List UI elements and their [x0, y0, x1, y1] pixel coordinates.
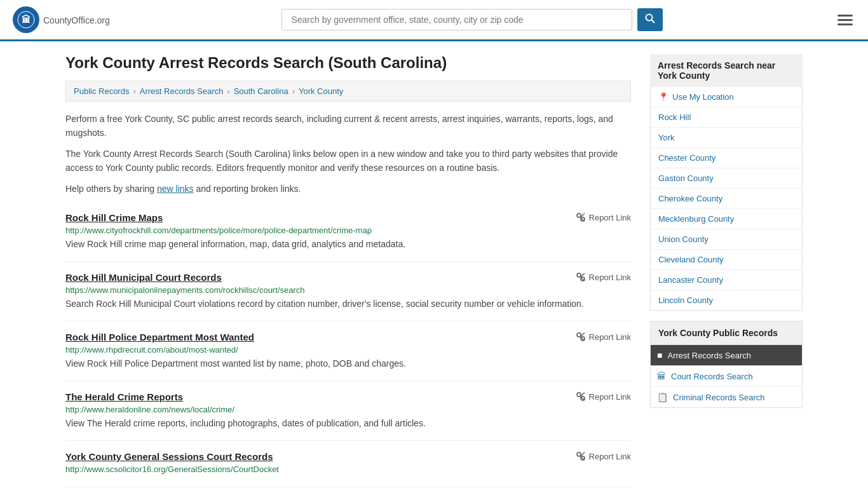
- nearby-links-list: 📍 Use My Location Rock HillYorkChester C…: [650, 87, 803, 311]
- report-link-button-3[interactable]: Report Link: [576, 391, 631, 402]
- page-title: York County Arrest Records Search (South…: [65, 54, 631, 72]
- record-item: York County General Sessions Court Recor…: [65, 441, 631, 487]
- nearby-link-4[interactable]: Cherokee County: [651, 189, 802, 208]
- scissors-icon: [576, 212, 586, 222]
- report-link-button-4[interactable]: Report Link: [576, 451, 631, 461]
- svg-point-12: [577, 333, 581, 337]
- logo-area: 🏛 CountyOffice.org: [13, 6, 110, 33]
- nearby-link-0[interactable]: Rock Hill: [651, 107, 802, 127]
- public-records-link-0[interactable]: ■ Arrest Records Search: [651, 345, 802, 365]
- nearby-link-8[interactable]: Lancaster County: [651, 270, 802, 290]
- nearby-link-item[interactable]: Lancaster County: [651, 270, 802, 290]
- hamburger-line-1: [837, 15, 853, 17]
- nearby-link-6[interactable]: Union County: [651, 229, 802, 249]
- nearby-link-item[interactable]: York: [651, 128, 802, 148]
- nearby-link-item[interactable]: Mecklenburg County: [651, 209, 802, 229]
- hamburger-line-2: [837, 19, 853, 21]
- scissors-icon: [576, 272, 586, 282]
- breadcrumb-item-sc[interactable]: South Carolina: [234, 86, 288, 96]
- public-records-link-1[interactable]: 🏛 Court Records Search: [651, 366, 802, 386]
- search-icon: [645, 13, 655, 24]
- record-desc-2: View Rock Hill Police Department most wa…: [65, 357, 631, 370]
- breadcrumb-sep-2: ›: [227, 86, 229, 96]
- search-area: [281, 8, 663, 31]
- public-records-link-label-0: Arrest Records Search: [667, 351, 751, 360]
- sidebar: Arrest Records Search near York County 📍…: [650, 54, 803, 487]
- public-records-link-item[interactable]: 📋 Criminal Records Search: [651, 387, 802, 407]
- scissors-icon: [576, 451, 586, 461]
- record-url-3[interactable]: http://www.heraldonline.com/news/local/c…: [65, 405, 631, 414]
- description-para1: Perform a free York County, SC public ar…: [65, 112, 631, 140]
- record-item: Rock Hill Police Department Most Wanted …: [65, 322, 631, 381]
- search-input[interactable]: [281, 9, 632, 30]
- svg-text:🏛: 🏛: [22, 14, 31, 25]
- scissors-icon: [576, 391, 586, 402]
- public-records-link-label-1: Court Records Search: [671, 372, 753, 381]
- breadcrumb: Public Records › Arrest Records Search ›…: [65, 81, 631, 102]
- nearby-link-5[interactable]: Mecklenburg County: [651, 209, 802, 229]
- search-button[interactable]: [637, 8, 663, 31]
- record-title-4[interactable]: York County General Sessions Court Recor…: [65, 451, 273, 462]
- new-links-link[interactable]: new links: [157, 184, 194, 194]
- nearby-link-item[interactable]: Cleveland County: [651, 250, 802, 270]
- breadcrumb-sep-3: ›: [292, 86, 295, 96]
- public-records-link-item[interactable]: ■ Arrest Records Search: [651, 345, 802, 366]
- site-header: 🏛 CountyOffice.org: [0, 0, 868, 41]
- record-type-icon-1: 🏛: [657, 371, 666, 381]
- record-desc-0: View Rock Hill crime map general informa…: [65, 238, 631, 251]
- report-link-button-1[interactable]: Report Link: [576, 272, 631, 282]
- record-url-1[interactable]: https://www.municipalonlinepayments.com/…: [65, 285, 631, 295]
- main-container: York County Arrest Records Search (South…: [53, 41, 815, 488]
- record-url-4[interactable]: http://www.scsolicitor16.org/GeneralSess…: [65, 464, 631, 474]
- nearby-link-item[interactable]: Gaston County: [651, 168, 802, 189]
- record-title-0[interactable]: Rock Hill Crime Maps: [65, 212, 163, 223]
- breadcrumb-item-arrest[interactable]: Arrest Records Search: [140, 86, 224, 96]
- description-para3: Help others by sharing new links and rep…: [65, 182, 631, 196]
- record-title-3[interactable]: The Herald Crime Reports: [65, 391, 183, 402]
- report-link-button-2[interactable]: Report Link: [576, 332, 631, 342]
- scissors-icon: [576, 332, 586, 342]
- use-location-label: Use My Location: [672, 92, 734, 102]
- svg-line-3: [652, 20, 655, 24]
- nearby-link-item[interactable]: Union County: [651, 229, 802, 250]
- breadcrumb-item-public-records[interactable]: Public Records: [74, 86, 129, 96]
- breadcrumb-item-york[interactable]: York County: [299, 86, 343, 96]
- record-title-1[interactable]: Rock Hill Municipal Court Records: [65, 272, 222, 283]
- svg-point-8: [577, 273, 581, 277]
- logo-text: CountyOffice.org: [43, 13, 110, 27]
- report-link-button-0[interactable]: Report Link: [576, 212, 631, 222]
- record-url-2[interactable]: http://www.rhpdrecruit.com/about/most-wa…: [65, 345, 631, 355]
- record-desc-3: View The Herald crime reports, including…: [65, 417, 631, 430]
- public-records-link-2[interactable]: 📋 Criminal Records Search: [651, 387, 802, 407]
- nearby-header: Arrest Records Search near York County: [650, 54, 803, 87]
- record-item: Rock Hill Crime Maps Report Link http://…: [65, 202, 631, 262]
- description-para2: The York County Arrest Records Search (S…: [65, 147, 631, 175]
- breadcrumb-sep-1: ›: [133, 86, 135, 96]
- nearby-link-item[interactable]: Lincoln County: [651, 290, 802, 310]
- nearby-link-9[interactable]: Lincoln County: [651, 290, 802, 310]
- nearby-link-item[interactable]: Rock Hill: [651, 107, 802, 128]
- records-list: Rock Hill Crime Maps Report Link http://…: [65, 202, 631, 487]
- nearby-link-3[interactable]: Gaston County: [651, 168, 802, 188]
- svg-point-16: [577, 393, 581, 396]
- nearby-link-item[interactable]: Cherokee County: [651, 189, 802, 209]
- nearby-link-item[interactable]: Chester County: [651, 148, 802, 168]
- public-records-link-label-2: Criminal Records Search: [673, 393, 765, 402]
- hamburger-button[interactable]: [835, 12, 855, 28]
- logo-icon: 🏛: [13, 6, 39, 33]
- record-url-0[interactable]: http://www.cityofrockhill.com/department…: [65, 226, 631, 235]
- main-content: York County Arrest Records Search (South…: [65, 54, 631, 487]
- record-title-2[interactable]: Rock Hill Police Department Most Wanted: [65, 332, 254, 342]
- record-type-icon-2: 📋: [657, 392, 668, 402]
- public-records-list: ■ Arrest Records Search 🏛 Court Records …: [650, 345, 803, 408]
- svg-point-20: [577, 452, 581, 456]
- svg-point-2: [646, 15, 653, 21]
- use-location-item[interactable]: 📍 Use My Location: [651, 87, 802, 107]
- hamburger-line-3: [837, 24, 853, 25]
- public-records-link-item[interactable]: 🏛 Court Records Search: [651, 366, 802, 387]
- nearby-link-7[interactable]: Cleveland County: [651, 250, 802, 269]
- nearby-link-1[interactable]: York: [651, 128, 802, 147]
- svg-point-4: [577, 214, 581, 217]
- nearby-link-2[interactable]: Chester County: [651, 148, 802, 168]
- record-desc-1: Search Rock Hill Municipal Court violati…: [65, 297, 631, 311]
